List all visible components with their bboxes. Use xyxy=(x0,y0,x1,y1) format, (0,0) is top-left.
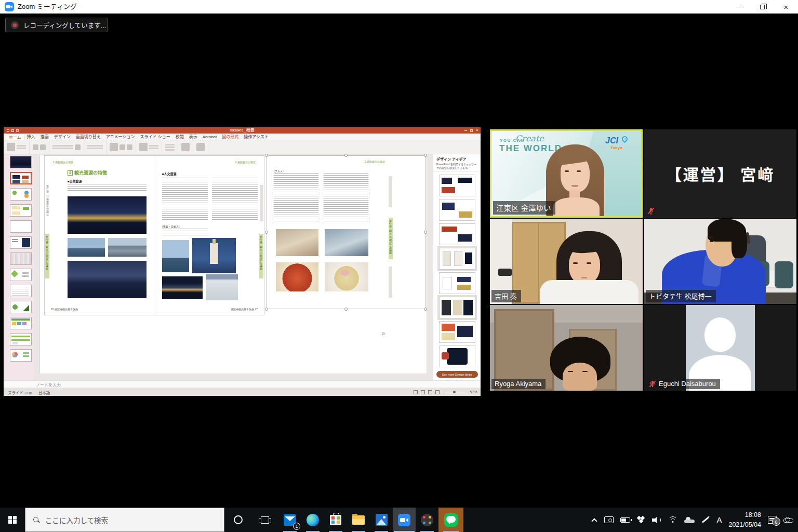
edge-app-button[interactable] xyxy=(301,508,324,532)
slide-thumbnail-8[interactable] xyxy=(10,269,32,281)
document-image-right-selected[interactable]: 2 函館観光の現状 (グルメ) 29 第2章 観光の現状と課題 xyxy=(267,155,427,338)
reading-view-icon[interactable] xyxy=(428,390,432,394)
slide-thumbnail-4[interactable] xyxy=(10,204,32,217)
selection-handle[interactable] xyxy=(344,308,348,311)
see-more-design-ideas-button[interactable]: See more Design Ideas xyxy=(436,371,478,378)
tray-expand-icon[interactable] xyxy=(592,518,597,524)
action-center-icon[interactable]: 6 xyxy=(768,516,777,524)
selection-handle[interactable] xyxy=(265,154,268,157)
recording-indicator[interactable]: レコーディングしています... xyxy=(5,18,108,32)
ribbon-group-paragraph[interactable] xyxy=(84,140,107,154)
tab-view[interactable]: 表示 xyxy=(187,134,200,140)
notes-bar[interactable]: ノートを入力 xyxy=(4,380,481,388)
tab-animations[interactable]: アニメーション xyxy=(103,134,138,140)
restore-button[interactable] xyxy=(750,0,774,14)
cast-icon[interactable] xyxy=(604,516,614,523)
video-tile-kanazawa[interactable]: YOU CAN Create THE WORLD JCI Tokyo 江東区 金… xyxy=(490,129,643,218)
ribbon-group-editing[interactable] xyxy=(162,140,178,154)
design-idea-7[interactable] xyxy=(439,321,475,343)
photos-app-button[interactable] xyxy=(370,508,393,532)
design-idea-2[interactable] xyxy=(439,199,475,221)
slide-thumbnail-3[interactable] xyxy=(10,188,32,201)
selection-handle[interactable] xyxy=(424,231,427,234)
ime-indicator[interactable]: A xyxy=(716,515,722,524)
tab-home[interactable]: ホーム xyxy=(6,134,24,140)
ppt-maximize-icon[interactable] xyxy=(470,129,473,132)
slide-thumbnail-10[interactable] xyxy=(10,301,32,313)
file-explorer-button[interactable] xyxy=(347,508,370,532)
slide-thumbnail-9[interactable] xyxy=(10,285,32,297)
slide-thumbnail-2-selected[interactable] xyxy=(10,172,32,184)
document-spread-image-left[interactable]: 2 函館観光の現状 2 観光資源の特徴 ■自然資源 26 函館市観光基本計画 第… xyxy=(44,155,264,315)
design-idea-1[interactable] xyxy=(439,175,475,196)
tab-draw[interactable]: 描画 xyxy=(38,134,51,140)
ribbon-group-arrange[interactable] xyxy=(136,140,162,154)
video-tile-akiyama[interactable]: Ryoga Akiyama xyxy=(490,305,643,391)
cortana-button[interactable] xyxy=(224,508,251,532)
slide-thumbnail-11[interactable] xyxy=(10,317,32,329)
video-tile-eguchi[interactable]: Eguchi Daisaburou xyxy=(644,305,796,391)
slide-thumbnail-7[interactable] xyxy=(10,252,32,265)
muted-mic-icon xyxy=(647,207,654,215)
ribbon-group-voice[interactable] xyxy=(178,140,193,154)
ppt-minimize-icon[interactable] xyxy=(464,130,467,131)
tab-acrobat[interactable]: Acrobat xyxy=(200,134,220,140)
selection-handle[interactable] xyxy=(265,308,268,311)
ribbon-group-adobe[interactable] xyxy=(193,140,208,154)
onedrive-icon[interactable] xyxy=(684,517,695,523)
selection-handle[interactable] xyxy=(424,154,427,157)
slide-thumbnail-6[interactable] xyxy=(10,236,32,249)
design-idea-5[interactable] xyxy=(439,272,475,294)
start-button[interactable] xyxy=(0,508,25,532)
video-tile-yoshida[interactable]: 吉田 奏 xyxy=(490,219,643,304)
video-tile-matsuo[interactable]: トビタテ生 松尾博一 xyxy=(644,219,796,304)
minimize-button[interactable] xyxy=(726,0,750,14)
slide-sorter-icon[interactable] xyxy=(421,390,425,394)
zoom-slider[interactable] xyxy=(443,392,467,392)
selection-handle[interactable] xyxy=(344,154,348,157)
pen-icon[interactable] xyxy=(702,516,709,523)
zoom-app-button[interactable] xyxy=(393,508,416,532)
ribbon-group-font[interactable] xyxy=(49,140,84,154)
video-tile-miyazaki[interactable]: 【運営】 宮﨑 xyxy=(644,129,796,218)
photo-evening-seaside xyxy=(68,261,147,298)
task-view-button[interactable] xyxy=(251,508,278,532)
taskbar-clock[interactable]: 18:08 2021/05/04 xyxy=(728,510,761,529)
taskbar-search-input[interactable]: ここに入力して検索 xyxy=(25,508,224,532)
tab-picture-format[interactable]: 図の形式 xyxy=(219,134,241,140)
tab-insert[interactable]: 挿入 xyxy=(24,134,38,140)
volume-icon[interactable] xyxy=(652,516,661,524)
weather-cloud-icon[interactable] xyxy=(783,517,793,523)
selection-handle[interactable] xyxy=(424,308,427,311)
slide-thumbnail-1[interactable] xyxy=(10,156,32,168)
slideshow-icon[interactable] xyxy=(435,390,440,394)
mail-app-button[interactable]: 1 xyxy=(278,508,301,532)
line-app-button[interactable] xyxy=(438,508,463,532)
normal-view-icon[interactable] xyxy=(414,390,418,394)
tab-transitions[interactable]: 画面切り替え xyxy=(73,134,103,140)
slide-thumbnail-12[interactable] xyxy=(10,333,32,345)
tab-review[interactable]: 校閲 xyxy=(173,134,187,140)
ppt-close-icon[interactable]: × xyxy=(476,128,478,132)
selection-handle[interactable] xyxy=(265,231,268,234)
current-slide[interactable]: 2 函館観光の現状 2 観光資源の特徴 ■自然資源 26 函館市観光基本計画 第… xyxy=(40,155,427,374)
dropbox-icon[interactable] xyxy=(637,516,645,524)
tab-design[interactable]: デザイン xyxy=(51,134,73,140)
paint-app-button[interactable] xyxy=(416,508,438,532)
ribbon-group-clipboard[interactable] xyxy=(4,140,30,154)
slide-thumbnail-5[interactable] xyxy=(10,220,32,233)
close-button[interactable]: × xyxy=(774,0,798,14)
slide-editing-area[interactable]: 2 函館観光の現状 2 観光資源の特徴 ■自然資源 26 函館市観光基本計画 第… xyxy=(34,154,433,380)
design-idea-8[interactable] xyxy=(439,345,475,367)
design-idea-3[interactable] xyxy=(439,223,475,245)
store-app-button[interactable] xyxy=(324,508,347,532)
wifi-icon[interactable] xyxy=(668,516,677,523)
ribbon-group-slides[interactable] xyxy=(30,140,49,154)
design-idea-6[interactable] xyxy=(439,297,475,318)
tab-tell-me[interactable]: 操作アシスト xyxy=(241,134,271,140)
ribbon-group-drawing[interactable] xyxy=(107,140,136,154)
slide-thumbnail-13[interactable] xyxy=(10,349,32,362)
tab-slideshow[interactable]: スライド ショー xyxy=(137,134,172,140)
battery-icon[interactable] xyxy=(620,517,630,523)
design-idea-4[interactable] xyxy=(439,248,475,270)
